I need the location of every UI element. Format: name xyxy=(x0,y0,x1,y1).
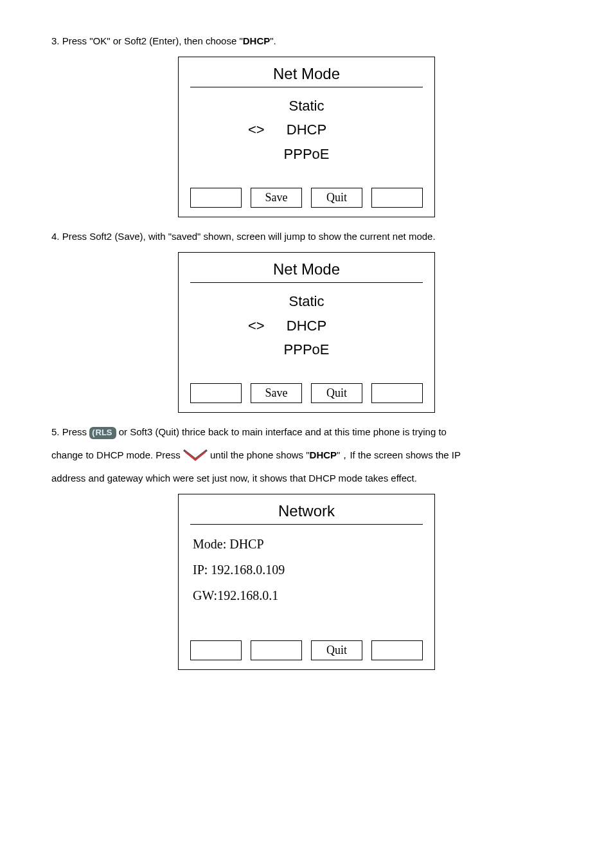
netmode-screen-2: Net Mode Static <> DHCP PPPoE Save Quit xyxy=(178,252,435,413)
softkey-quit: Quit xyxy=(311,188,362,208)
step5-l2-before: change to DHCP mode. Press xyxy=(51,449,183,460)
selection-marker: <> xyxy=(248,314,265,338)
step5-line1: 5. Press RLS or Soft3 (Quit) thrice back… xyxy=(51,424,562,440)
screen-title: Net Mode xyxy=(190,65,423,87)
step5-l2-mid2: "，If the screen shows the IP xyxy=(337,449,461,460)
softkey-quit: Quit xyxy=(311,640,362,660)
screen-title: Net Mode xyxy=(190,260,423,283)
softkey-1 xyxy=(190,640,242,660)
step5-block: 5. Press RLS or Soft3 (Quit) thrice back… xyxy=(51,424,562,486)
step3-after: ". xyxy=(270,35,276,46)
rls-key-icon: RLS xyxy=(89,427,116,439)
selection-marker: <> xyxy=(248,118,265,141)
step5-l2-mid1: until the phone shows " xyxy=(210,449,310,460)
softkey-save: Save xyxy=(251,383,302,403)
menu-item-dhcp: <> DHCP xyxy=(190,314,423,338)
down-arrow-key-icon xyxy=(183,449,208,462)
softkey-4 xyxy=(371,383,423,403)
step3-text: 3. Press "OK" or Soft2 (Enter), then cho… xyxy=(51,33,562,49)
softkey-1 xyxy=(190,383,242,403)
softkey-row: Quit xyxy=(190,640,423,660)
netmode-screen-1: Net Mode Static <> DHCP PPPoE Save Quit xyxy=(178,57,435,217)
softkey-2 xyxy=(251,640,302,660)
step5-l1-after: or Soft3 (Quit) thrice back to main inte… xyxy=(119,426,447,437)
step5-line3: address and gateway which were set just … xyxy=(51,471,562,486)
softkey-row: Save Quit xyxy=(190,383,423,403)
menu-item-pppoe: PPPoE xyxy=(190,142,423,166)
network-ip-line: IP: 192.168.0.109 xyxy=(193,557,423,583)
step5-l1-before: 5. Press xyxy=(51,426,89,437)
softkey-1 xyxy=(190,188,242,208)
softkey-row: Save Quit xyxy=(190,188,423,208)
network-gw-line: GW:192.168.0.1 xyxy=(193,583,423,608)
menu-item-dhcp: <> DHCP xyxy=(190,118,423,141)
menu-item-static: Static xyxy=(190,289,423,313)
step5-l2-bold: DHCP xyxy=(310,449,337,460)
menu-list: Static <> DHCP PPPoE xyxy=(190,289,423,361)
softkey-4 xyxy=(371,188,423,208)
screen-title: Network xyxy=(190,502,423,525)
softkey-quit: Quit xyxy=(311,383,362,403)
network-body: Mode: DHCP IP: 192.168.0.109 GW:192.168.… xyxy=(190,531,423,608)
step3-before: 3. Press "OK" or Soft2 (Enter), then cho… xyxy=(51,35,243,46)
menu-list: Static <> DHCP PPPoE xyxy=(190,94,423,166)
step3-bold: DHCP xyxy=(243,35,271,46)
menu-item-static: Static xyxy=(190,94,423,118)
network-screen: Network Mode: DHCP IP: 192.168.0.109 GW:… xyxy=(178,494,435,670)
softkey-save: Save xyxy=(251,188,302,208)
softkey-4 xyxy=(371,640,423,660)
menu-item-pppoe: PPPoE xyxy=(190,338,423,361)
network-mode-line: Mode: DHCP xyxy=(193,531,423,557)
step5-line2: change to DHCP mode. Press until the pho… xyxy=(51,448,562,463)
step4-text: 4. Press Soft2 (Save), with "saved" show… xyxy=(51,229,562,244)
